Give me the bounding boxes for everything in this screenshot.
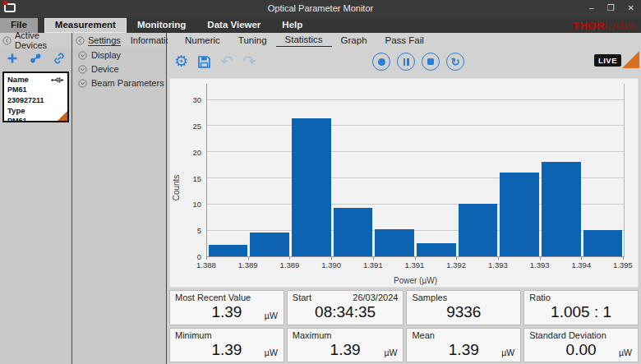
tab-pass-fail[interactable]: Pass Fail: [376, 35, 433, 47]
collapse-left-icon[interactable]: [2, 36, 12, 45]
start-date: 26/03/2024: [353, 293, 398, 302]
x-tick-label: 1.391: [363, 260, 383, 270]
gridline: [207, 151, 624, 152]
histogram-bar: [542, 162, 581, 256]
x-tick-mark: [331, 256, 332, 260]
settings-item-device[interactable]: Device: [73, 62, 166, 76]
x-tick-mark: [540, 256, 541, 260]
record-button[interactable]: [372, 53, 390, 71]
thorlabs-logo: THORLABS: [573, 20, 635, 32]
statistics-grid: Most Recent Value 1.39 µW Start26/03/202…: [169, 290, 639, 362]
menu-help[interactable]: Help: [271, 18, 313, 33]
plot-area: [206, 84, 625, 257]
link-device-icon[interactable]: [53, 53, 65, 64]
live-status-badge: LIVE: [594, 54, 621, 67]
undo-icon[interactable]: ↶: [220, 51, 233, 72]
histogram-bar: [334, 208, 373, 256]
settings-item-label: Beam Parameters: [91, 78, 164, 88]
stop-button[interactable]: [422, 53, 440, 71]
y-tick-label: 30: [173, 95, 201, 104]
gridline: [207, 125, 624, 126]
stat-ratio: Ratio 1.005 : 1: [523, 290, 639, 325]
view-tabs: Numeric Tuning Statistics Graph Pass Fai…: [168, 33, 641, 47]
restore-button[interactable]: ❐: [607, 2, 615, 14]
stat-samples: Samples 9336: [406, 290, 521, 325]
histogram-bar: [500, 173, 539, 256]
active-devices-title: Active Devices: [15, 30, 69, 50]
refresh-button[interactable]: ↻: [446, 53, 464, 71]
device-selected-corner: [56, 109, 69, 122]
histogram-bar: [250, 233, 289, 256]
histogram-bar: [459, 204, 498, 256]
settings-item-beam-parameters[interactable]: Beam Parameters: [73, 76, 166, 90]
settings-panel: Settings Information Display Device Beam…: [73, 33, 167, 364]
y-tick-label: 15: [173, 173, 201, 182]
corner-flag-icon: [622, 51, 639, 68]
x-tick-mark: [206, 256, 207, 260]
x-tick-mark: [289, 256, 290, 260]
pause-button[interactable]: [397, 53, 415, 71]
y-tick-label: 10: [173, 200, 201, 209]
x-axis-title: Power (µW): [206, 276, 625, 285]
menu-monitoring[interactable]: Monitoring: [127, 18, 196, 33]
x-tick-mark: [581, 256, 582, 260]
stat-most-recent-value: Most Recent Value 1.39 µW: [169, 290, 284, 325]
x-tick-mark: [623, 256, 624, 260]
x-tick-label: 1.389: [238, 260, 258, 270]
x-tick-label: 1.393: [530, 260, 550, 270]
settings-gear-icon[interactable]: ⚙: [174, 51, 188, 72]
collapse-left-icon[interactable]: [76, 36, 85, 45]
x-tick-label: 1.394: [571, 260, 591, 270]
statistics-toolbar: ⚙ ↶ ↷ ↻ LIVE: [168, 47, 641, 78]
y-tick-label: 25: [173, 121, 201, 130]
stat-standard-deviation: Standard Deviation 0.00 µW: [523, 328, 639, 363]
settings-item-label: Display: [91, 50, 121, 60]
y-tick-label: 5: [173, 226, 201, 235]
x-tick-label: 1.389: [280, 260, 300, 270]
histogram-bar: [209, 245, 248, 256]
menu-bar: File Measurement Monitoring Data Viewer …: [0, 18, 641, 33]
tab-tuning[interactable]: Tuning: [229, 35, 276, 47]
app-window: Optical Parameter Monitor – ❐ ✕ File Mea…: [0, 0, 641, 364]
save-icon[interactable]: [197, 55, 211, 69]
minimize-button[interactable]: –: [589, 2, 594, 14]
y-tick-label: 20: [173, 147, 201, 156]
x-tick-label: 1.395: [613, 260, 633, 270]
tab-graph[interactable]: Graph: [332, 35, 376, 47]
device-name-label: Name: [7, 75, 29, 85]
pair-devices-icon[interactable]: [30, 53, 42, 64]
histogram-bar: [583, 230, 623, 256]
active-devices-panel: Active Devices Name PM61 230927211 Type …: [0, 33, 72, 364]
histogram-chart: Counts Power (µW) 0510152025301.3881.389…: [169, 78, 639, 288]
add-device-icon[interactable]: [7, 53, 18, 64]
y-tick-label: 0: [173, 252, 201, 261]
chevron-down-icon: [78, 51, 87, 60]
stat-start: Start26/03/2024 08:34:35: [287, 290, 404, 325]
x-tick-label: 1.391: [405, 260, 425, 270]
x-tick-label: 1.388: [196, 260, 216, 270]
histogram-bar: [375, 229, 414, 256]
chevron-down-icon: [78, 79, 87, 88]
usb-icon: [51, 76, 64, 84]
acquisition-controls: ↻: [372, 53, 464, 71]
settings-item-label: Device: [91, 64, 119, 74]
redo-icon[interactable]: ↷: [242, 51, 256, 72]
x-tick-label: 1.392: [446, 260, 466, 270]
x-tick-mark: [456, 256, 457, 260]
device-card-pm61[interactable]: Name PM61 230927211 Type PM61: [2, 71, 69, 122]
settings-item-display[interactable]: Display: [73, 48, 166, 62]
stat-maximum: Maximum 1.39 µW: [287, 328, 404, 363]
stat-minimum: Minimum 1.39 µW: [169, 328, 284, 363]
close-button[interactable]: ✕: [628, 2, 634, 14]
main-panel: Numeric Tuning Statistics Graph Pass Fai…: [168, 33, 641, 364]
histogram-bar: [292, 118, 331, 256]
gridline: [207, 99, 624, 100]
x-tick-mark: [248, 256, 249, 260]
tab-statistics[interactable]: Statistics: [276, 35, 332, 47]
tab-settings[interactable]: Settings: [88, 35, 121, 46]
x-tick-mark: [498, 256, 499, 260]
x-tick-mark: [415, 256, 416, 260]
menu-data-viewer[interactable]: Data Viewer: [196, 18, 271, 33]
x-tick-mark: [373, 256, 374, 260]
tab-numeric[interactable]: Numeric: [176, 35, 229, 47]
